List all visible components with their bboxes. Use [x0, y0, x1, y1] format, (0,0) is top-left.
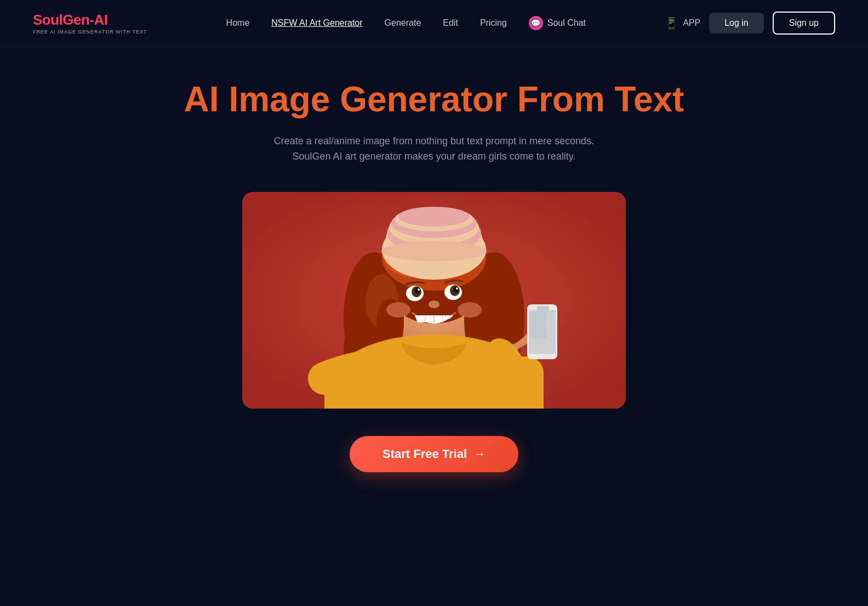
svg-point-36 — [458, 302, 482, 318]
svg-point-27 — [415, 287, 420, 294]
app-link[interactable]: 📱 APP — [665, 16, 700, 30]
logo: SoulGen-AI FREE AI IMAGE GENERATOR WITH … — [33, 12, 147, 35]
svg-point-21 — [398, 207, 470, 226]
nav-edit[interactable]: Edit — [443, 18, 458, 28]
start-free-trial-button[interactable]: Start Free Trial → — [350, 436, 518, 472]
svg-rect-41 — [530, 311, 546, 338]
app-label: APP — [683, 18, 700, 28]
nav-links: Home NSFW AI Art Generator Generate Edit… — [226, 16, 586, 30]
hero-illustration — [242, 192, 626, 409]
svg-point-28 — [453, 286, 459, 293]
svg-rect-40 — [537, 306, 549, 310]
navbar: SoulGen-AI FREE AI IMAGE GENERATOR WITH … — [0, 0, 868, 47]
signup-button[interactable]: Sign up — [773, 12, 835, 35]
nav-generate[interactable]: Generate — [385, 18, 421, 28]
cta-label: Start Free Trial — [382, 447, 467, 461]
cta-arrow-icon: → — [473, 447, 486, 461]
soul-chat-button[interactable]: 💬 Soul Chat — [529, 16, 586, 30]
hero-image — [242, 192, 626, 409]
soul-chat-label: Soul Chat — [547, 18, 586, 28]
svg-point-22 — [381, 241, 487, 261]
cta-container: Start Free Trial → — [350, 436, 518, 472]
logo-title: SoulGen-AI — [33, 12, 108, 29]
nav-right: 📱 APP Log in Sign up — [665, 12, 835, 35]
login-button[interactable]: Log in — [709, 13, 764, 33]
hero-subtitle: Create a real/anime image from nothing b… — [274, 133, 594, 165]
nav-home[interactable]: Home — [226, 18, 250, 28]
svg-point-31 — [429, 301, 439, 308]
hero-section: AI Image Generator From Text Create a re… — [0, 47, 868, 505]
svg-point-30 — [456, 287, 458, 290]
nav-nsfw[interactable]: NSFW AI Art Generator — [271, 18, 362, 28]
mobile-icon: 📱 — [665, 16, 678, 30]
hero-title: AI Image Generator From Text — [184, 80, 684, 120]
svg-point-29 — [418, 288, 420, 291]
logo-subtitle: FREE AI IMAGE GENERATOR WITH TEXT — [33, 29, 147, 35]
hero-image-area — [242, 192, 626, 409]
nav-pricing[interactable]: Pricing — [480, 18, 507, 28]
svg-point-35 — [386, 302, 410, 318]
soul-chat-icon: 💬 — [529, 16, 543, 30]
